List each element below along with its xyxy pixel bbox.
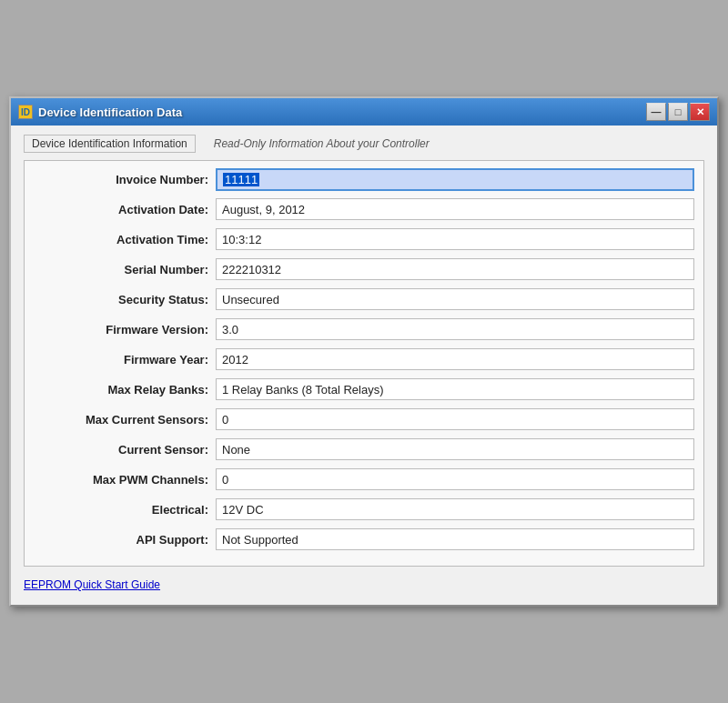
minimize-button[interactable]: — [646,103,666,121]
label-electrical: Electrical: [34,503,216,517]
label-invoice-number: Invoice Number: [34,173,216,186]
value-firmware-year: 2012 [216,348,694,370]
form-row-security-status: Security Status: Unsecured [34,286,694,312]
label-activation-time: Activation Time: [34,233,216,246]
form-row-api-support: API Support: Not Supported [34,527,694,552]
value-max-pwm-channels: 0 [216,468,694,490]
content-area: Device Identification Information Read-O… [11,126,717,605]
value-security-status: Unsecured [216,288,694,310]
form-row-current-sensor: Current Sensor: None [34,437,694,462]
title-buttons: — □ ✕ [646,103,710,121]
title-bar-left: ID Device Identification Data [18,105,182,119]
form-row-activation-date: Activation Date: August, 9, 2012 [34,196,694,222]
title-bar: ID Device Identification Data — □ ✕ [11,98,717,126]
form-row-invoice: Invoice Number: 11111 [34,166,694,192]
value-current-sensor: None [216,438,694,460]
value-activation-date: August, 9, 2012 [216,198,694,220]
maximize-button[interactable]: □ [668,103,688,121]
window-icon: ID [18,105,33,119]
form-row-max-relay-banks: Max Relay Banks: 1 Relay Banks (8 Total … [34,377,694,402]
section-title: Device Identification Information [24,135,196,153]
form-row-max-pwm-channels: Max PWM Channels: 0 [34,467,694,492]
label-activation-date: Activation Date: [34,203,216,216]
label-max-current-sensors: Max Current Sensors: [34,413,216,427]
label-serial-number: Serial Number: [34,263,216,276]
value-electrical: 12V DC [216,498,694,520]
label-api-support: API Support: [34,533,216,547]
form-row-firmware-version: Firmware Version: 3.0 [34,316,694,342]
eeprom-link[interactable]: EEPROM Quick Start Guide [24,578,160,591]
value-max-current-sensors: 0 [216,408,694,430]
value-serial-number: 222210312 [216,258,694,280]
section-header: Device Identification Information Read-O… [24,135,704,153]
subtitle: Read-Only Information About your Control… [214,137,430,150]
label-firmware-year: Firmware Year: [34,353,216,367]
value-max-relay-banks: 1 Relay Banks (8 Total Relays) [216,378,694,400]
form-row-firmware-year: Firmware Year: 2012 [34,346,694,372]
label-security-status: Security Status: [34,293,216,306]
invoice-number-value: 11111 [223,173,259,186]
form-row-max-current-sensors: Max Current Sensors: 0 [34,407,694,432]
form-row-electrical: Electrical: 12V DC [34,497,694,522]
label-max-relay-banks: Max Relay Banks: [34,383,216,397]
value-api-support: Not Supported [216,528,694,550]
value-firmware-version: 3.0 [216,318,694,340]
form-container: Invoice Number: 11111 Activation Date: A… [24,160,704,567]
value-activation-time: 10:3:12 [216,228,694,250]
input-invoice-number[interactable]: 11111 [216,168,694,191]
form-row-serial-number: Serial Number: 222210312 [34,256,694,282]
link-area: EEPROM Quick Start Guide [24,576,704,592]
label-firmware-version: Firmware Version: [34,323,216,336]
label-current-sensor: Current Sensor: [34,443,216,457]
form-row-activation-time: Activation Time: 10:3:12 [34,226,694,252]
label-max-pwm-channels: Max PWM Channels: [34,473,216,487]
window-title: Device Identification Data [38,105,182,119]
main-window: ID Device Identification Data — □ ✕ Devi… [9,96,719,607]
close-button[interactable]: ✕ [690,103,710,121]
